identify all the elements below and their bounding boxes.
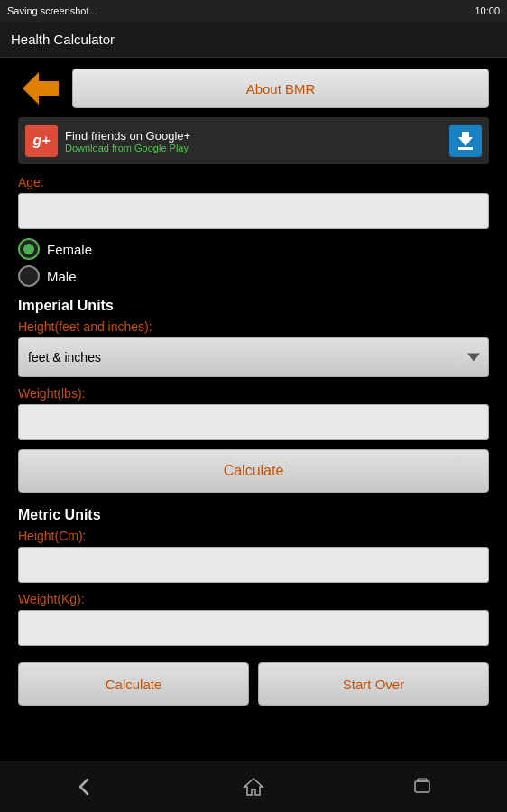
- download-button[interactable]: [449, 125, 482, 157]
- nav-home-button[interactable]: [226, 769, 281, 805]
- imperial-weight-input[interactable]: [18, 404, 489, 440]
- svg-rect-5: [418, 779, 427, 781]
- title-bar: Health Calculator: [0, 22, 507, 58]
- height-dropdown-wrapper: feet & inches 4'0" 4'6" 5'0" 5'6" 6'0" 6…: [18, 337, 489, 377]
- status-text: Saving screenshot...: [7, 5, 97, 16]
- height-dropdown[interactable]: feet & inches 4'0" 4'6" 5'0" 5'6" 6'0" 6…: [18, 337, 489, 377]
- imperial-weight-label: Weight(lbs):: [18, 386, 489, 401]
- google-plus-icon: g+: [25, 125, 58, 157]
- ad-banner[interactable]: g+ Find friends on Google+ Download from…: [18, 117, 489, 164]
- start-over-button[interactable]: Start Over: [258, 662, 489, 706]
- bottom-buttons-row: Calculate Start Over: [18, 662, 489, 706]
- gender-radio-group: Female Male: [18, 238, 489, 287]
- metric-heading: Metric Units: [18, 507, 489, 523]
- svg-rect-2: [458, 147, 473, 150]
- svg-marker-0: [23, 72, 59, 105]
- metric-section: Metric Units Height(Cm): Weight(Kg): Cal…: [18, 507, 489, 706]
- svg-rect-4: [415, 781, 429, 792]
- status-time: 10:00: [475, 5, 500, 16]
- status-bar: Saving screenshot... 10:00: [0, 0, 507, 22]
- female-radio-circle[interactable]: [18, 238, 40, 260]
- svg-marker-1: [458, 132, 473, 146]
- metric-height-input[interactable]: [18, 547, 489, 583]
- app-title: Health Calculator: [11, 32, 115, 47]
- imperial-heading: Imperial Units: [18, 298, 489, 314]
- ad-title: Find friends on Google+: [65, 129, 442, 143]
- nav-recent-button[interactable]: [395, 769, 449, 805]
- age-label: Age:: [18, 175, 489, 189]
- svg-marker-3: [244, 779, 263, 795]
- female-label: Female: [47, 242, 92, 257]
- metric-height-label: Height(Cm):: [18, 529, 489, 543]
- metric-weight-input[interactable]: [18, 610, 489, 646]
- metric-weight-label: Weight(Kg):: [18, 592, 489, 606]
- male-radio[interactable]: Male: [18, 265, 489, 287]
- ad-text-block: Find friends on Google+ Download from Go…: [65, 129, 442, 153]
- male-label: Male: [47, 269, 77, 284]
- metric-calculate-button[interactable]: Calculate: [18, 662, 249, 706]
- female-radio[interactable]: Female: [18, 238, 489, 260]
- back-button[interactable]: [18, 69, 63, 108]
- age-input[interactable]: [18, 193, 489, 229]
- about-bmr-button[interactable]: About BMR: [72, 69, 489, 108]
- ad-subtitle: Download from Google Play: [65, 143, 442, 153]
- nav-bar: [0, 761, 507, 812]
- male-radio-circle[interactable]: [18, 265, 40, 287]
- main-content: About BMR g+ Find friends on Google+ Dow…: [0, 58, 507, 761]
- nav-back-button[interactable]: [58, 769, 112, 805]
- top-row: About BMR: [18, 69, 489, 108]
- imperial-calculate-button[interactable]: Calculate: [18, 449, 489, 493]
- imperial-section: Imperial Units Height(feet and inches): …: [18, 298, 489, 493]
- imperial-height-label: Height(feet and inches):: [18, 319, 489, 334]
